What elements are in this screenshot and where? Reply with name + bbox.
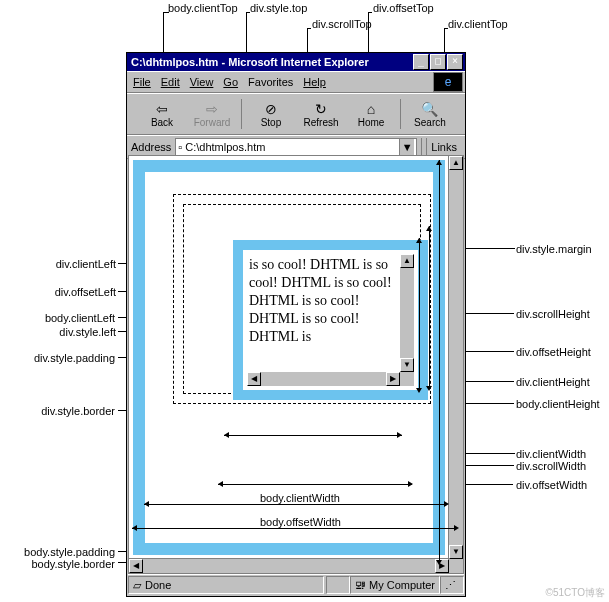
lbl-body-clientLeft: body.clientLeft [5, 312, 115, 324]
chevron-down-icon[interactable]: ▼ [399, 139, 414, 155]
scroll-corner [400, 372, 414, 386]
line [246, 12, 250, 13]
lbl-div-offsetTop: div.offsetTop [373, 2, 434, 14]
lbl-div-style-margin: div.style.margin [516, 243, 592, 255]
arrow-body-clientWidth [144, 504, 444, 505]
div-scrollbar-h[interactable]: ◀ ▶ [247, 372, 400, 386]
menu-go[interactable]: Go [223, 76, 238, 88]
ie-logo-icon: e [433, 72, 463, 92]
forward-button[interactable]: ⇨Forward [187, 101, 237, 128]
home-button[interactable]: ⌂Home [346, 101, 396, 128]
line [444, 28, 448, 29]
search-button[interactable]: 🔍Search [405, 101, 455, 128]
lbl-body-style-padding: body.style.padding [0, 546, 115, 558]
refresh-button[interactable]: ↻Refresh [296, 101, 346, 128]
lbl-div-scrollHeight: div.scrollHeight [516, 308, 590, 320]
computer-icon: 🖳 [355, 579, 366, 591]
div-padding: is so cool! DHTML is so cool! DHTML is s… [243, 250, 418, 390]
scroll-left-icon[interactable]: ◀ [247, 372, 261, 386]
line [368, 12, 372, 13]
menu-favorites[interactable]: Favorites [248, 76, 293, 88]
toolbar: ⇦Back ⇨Forward ⊘Stop ↻Refresh ⌂Home 🔍Sea… [127, 93, 465, 135]
lbl-div-clientHeight: div.clientHeight [516, 376, 590, 388]
scroll-down-icon[interactable]: ▼ [449, 545, 463, 559]
lbl-div-offsetWidth: div.offsetWidth [516, 479, 587, 491]
lbl-div-offsetLeft: div.offsetLeft [26, 286, 116, 298]
arrow-body-offsetWidth [132, 528, 454, 529]
lbl-div-style-padding: div.style.padding [5, 352, 115, 364]
div-element: is so cool! DHTML is so cool! DHTML is s… [233, 240, 428, 400]
lbl-body-style-border: body.style.border [0, 558, 115, 570]
lbl-div-offsetHeight: div.offsetHeight [516, 346, 591, 358]
arrow-body-clientHeight [439, 160, 440, 560]
scroll-up-icon[interactable]: ▲ [449, 156, 463, 170]
lbl-div-scrollWidth: div.scrollWidth [516, 460, 586, 472]
lbl-div-clientWidth: div.clientWidth [516, 448, 586, 460]
status-spacer [326, 576, 350, 594]
stop-button[interactable]: ⊘Stop [246, 101, 296, 128]
links-label[interactable]: Links [426, 138, 461, 156]
address-label: Address [131, 141, 171, 153]
lbl-div-scrollTop: div.scrollTop [312, 18, 372, 30]
status-zone: 🖳My Computer [350, 576, 440, 594]
home-icon: ⌂ [367, 101, 375, 117]
scroll-up-icon[interactable]: ▲ [400, 254, 414, 268]
lbl-body-offsetWidth: body.offsetWidth [260, 516, 341, 528]
address-input[interactable]: ▫ C:\dhtmlpos.htm ▼ [175, 138, 417, 156]
lbl-body-clientTop: body.clientTop [168, 2, 238, 14]
line [163, 12, 169, 13]
scroll-left-icon[interactable]: ◀ [129, 559, 143, 573]
statusbar: ▱Done 🖳My Computer ⋰ [128, 574, 464, 595]
back-button[interactable]: ⇦Back [137, 101, 187, 128]
body-padding: is so cool! DHTML is so cool! DHTML is s… [145, 172, 433, 543]
lbl-div-clientLeft: div.clientLeft [26, 258, 116, 270]
stop-icon: ⊘ [265, 101, 277, 117]
menu-help[interactable]: Help [303, 76, 326, 88]
menu-file[interactable]: File [133, 76, 151, 88]
address-value: C:\dhtmlpos.htm [185, 139, 265, 155]
separator [241, 99, 242, 129]
scroll-corner [449, 559, 463, 573]
scroll-right-icon[interactable]: ▶ [386, 372, 400, 386]
div-border: is so cool! DHTML is so cool! DHTML is s… [233, 240, 428, 400]
window-title: C:\dhtmlpos.htm - Microsoft Internet Exp… [129, 56, 413, 68]
arrow-div-offsetHeight [429, 226, 430, 386]
arrow-div-clientWidth [224, 435, 402, 436]
status-done: ▱Done [128, 576, 324, 594]
viewport-scrollbar-v[interactable]: ▲ ▼ [448, 156, 463, 559]
maximize-button[interactable]: □ [430, 54, 446, 70]
lbl-div-clientTop: div.clientTop [448, 18, 508, 30]
resize-grip-icon[interactable]: ⋰ [440, 576, 464, 594]
page-icon: ▱ [133, 579, 141, 592]
viewport: is so cool! DHTML is so cool! DHTML is s… [128, 155, 464, 574]
minimize-button[interactable]: _ [413, 54, 429, 70]
lbl-div-style-top: div.style.top [250, 2, 307, 14]
arrow-div-offsetWidth [218, 484, 412, 485]
viewport-scrollbar-h[interactable]: ◀ ▶ [129, 558, 449, 573]
separator [421, 138, 422, 156]
forward-arrow-icon: ⇨ [206, 101, 218, 117]
close-button[interactable]: × [447, 54, 463, 70]
menu-edit[interactable]: Edit [161, 76, 180, 88]
watermark: ©51CTO博客 [546, 586, 605, 600]
menubar: File Edit View Go Favorites Help e [127, 71, 465, 93]
lbl-body-clientWidth: body.clientWidth [260, 492, 340, 504]
back-arrow-icon: ⇦ [156, 101, 168, 117]
page-icon: ▫ [178, 139, 182, 155]
lbl-body-clientHeight: body.clientHeight [516, 398, 600, 410]
menu-view[interactable]: View [190, 76, 214, 88]
search-icon: 🔍 [421, 101, 438, 117]
separator [400, 99, 401, 129]
lbl-div-style-left: div.style.left [26, 326, 116, 338]
scroll-down-icon[interactable]: ▼ [400, 358, 414, 372]
lbl-div-style-border: div.style.border [10, 405, 115, 417]
line [307, 28, 311, 29]
div-content: is so cool! DHTML is so cool! DHTML is s… [247, 254, 400, 372]
titlebar[interactable]: C:\dhtmlpos.htm - Microsoft Internet Exp… [127, 53, 465, 71]
div-scrollbar-v[interactable]: ▲ ▼ [400, 254, 414, 372]
arrow-div-scrollHeight [419, 238, 420, 388]
refresh-icon: ↻ [315, 101, 327, 117]
